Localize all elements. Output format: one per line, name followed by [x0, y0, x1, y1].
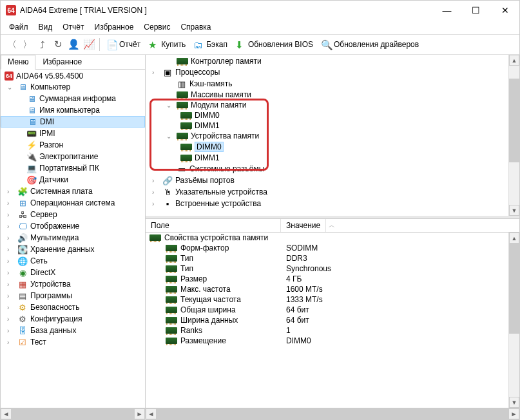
tree-item[interactable]: ›⚙Безопасность	[1, 301, 145, 313]
tree-item[interactable]: DIMM1	[146, 153, 519, 163]
nav-up-button[interactable]: ⤴	[35, 37, 50, 52]
scroll-right-button[interactable]: ►	[134, 408, 145, 419]
menu-view[interactable]: Вид	[34, 21, 57, 34]
tree-item[interactable]: 🔌Электропитание	[1, 151, 145, 162]
backup-button[interactable]: 🗂Бэкап	[190, 38, 231, 51]
header-collapse-icon[interactable]: ︿	[326, 219, 338, 232]
tree-item[interactable]: ⌄Устройства памяти	[146, 131, 519, 141]
tree-item[interactable]: 📟IPMI	[1, 128, 145, 139]
tree-item[interactable]: 🎯Датчики	[1, 174, 145, 186]
minimize-button[interactable]: —	[432, 1, 461, 20]
maximize-button[interactable]: ☐	[461, 1, 490, 20]
scroll-down-button[interactable]: ▼	[509, 205, 519, 216]
tree-item[interactable]: ⚡Разгон	[1, 139, 145, 151]
tree-item[interactable]: ›▦Устройства	[1, 278, 145, 290]
driver-update-button[interactable]: 🔍Обновления драйверов	[318, 38, 422, 51]
left-hscrollbar[interactable]: ◄ ►	[1, 408, 145, 419]
close-button[interactable]: ✕	[490, 1, 519, 20]
tree-item[interactable]: ›⚙Конфигурация	[1, 313, 145, 325]
tree-item[interactable]: ›▭Системные разъёмы	[146, 163, 519, 175]
nav-back-button[interactable]: 〈	[5, 37, 19, 52]
tree-item[interactable]: DIMM0	[146, 110, 519, 120]
tree-label: Устройства памяти	[191, 131, 259, 140]
scroll-thumb[interactable]	[509, 79, 519, 162]
buy-button[interactable]: ★Купить	[145, 38, 189, 51]
scroll-down-button[interactable]: ▼	[509, 397, 519, 408]
tree-root[interactable]: 64 AIDA64 v5.95.4500	[1, 71, 145, 81]
user-icon[interactable]: 👤	[66, 37, 81, 52]
detail-row[interactable]: ТипSynchronous	[146, 263, 519, 274]
tree-item[interactable]: DIMM0	[146, 141, 519, 153]
tree-item-computer[interactable]: ⌄ 🖥 Компьютер	[1, 81, 145, 93]
scroll-thumb[interactable]	[12, 408, 134, 419]
tree-item[interactable]: ›🖧Сервер	[1, 209, 145, 220]
detail-row[interactable]: Общая ширина64 бит	[146, 305, 519, 315]
scroll-thumb[interactable]	[509, 243, 519, 334]
detail-group[interactable]: Свойства устройства памяти	[146, 233, 519, 243]
menu-service[interactable]: Сервис	[139, 21, 175, 34]
tree-item[interactable]: 💻Портативный ПК	[1, 162, 145, 174]
detail-row[interactable]: Ranks1	[146, 325, 519, 336]
left-tree[interactable]: 64 AIDA64 v5.95.4500 ⌄ 🖥 Компьютер 🖥Сумм…	[1, 70, 145, 408]
tree-item[interactable]: ›🧩Системная плата	[1, 186, 145, 197]
chart-icon[interactable]: 📈	[82, 37, 96, 52]
detail-row[interactable]: ТипDDR3	[146, 253, 519, 263]
field-label: Размер	[180, 274, 207, 283]
detail-row[interactable]: Форм-факторSODIMM	[146, 243, 519, 253]
tree-item[interactable]: ›◉DirectX	[1, 267, 145, 278]
right-panel: ›Контроллер памяти›▣Процессоры›▥Кэш-памя…	[146, 55, 519, 419]
menu-file[interactable]: Файл	[5, 21, 33, 34]
details-list[interactable]: Свойства устройства памяти Форм-факторSO…	[146, 233, 519, 408]
refresh-button[interactable]: ↻	[51, 37, 65, 52]
tree-item[interactable]: 🖥DMI	[1, 116, 145, 128]
menu-report[interactable]: Отчёт	[58, 21, 88, 34]
detail-row[interactable]: Ширина данных64 бит	[146, 315, 519, 325]
detail-row[interactable]: Размер4 ГБ	[146, 274, 519, 284]
scroll-right-button[interactable]: ►	[508, 408, 519, 419]
tree-item[interactable]: ›🖱Указательные устройства	[146, 186, 519, 198]
tree-item[interactable]: ›▪Встроенные устройства	[146, 198, 519, 209]
tree-item[interactable]: ›Массивы памяти	[146, 90, 519, 100]
tree-item[interactable]: ›☑Тест	[1, 336, 145, 348]
right-vscrollbar[interactable]: ▲ ▼	[508, 55, 519, 216]
nav-forward-button[interactable]: 〉	[20, 37, 34, 52]
tree-item[interactable]: ›🔊Мультимедиа	[1, 232, 145, 243]
bios-update-button[interactable]: ⬇Обновления BIOS	[232, 38, 316, 51]
tree-item[interactable]: ›🌐Сеть	[1, 255, 145, 267]
tab-favorites[interactable]: Избранное	[35, 55, 89, 69]
tree-item[interactable]: DIMM1	[146, 120, 519, 131]
tree-item[interactable]: ›🗄База данных	[1, 325, 145, 336]
tree-item[interactable]: ›▥Кэш-память	[146, 78, 519, 90]
tree-item[interactable]: ⌄Модули памяти	[146, 100, 519, 110]
tab-menu[interactable]: Меню	[1, 55, 35, 70]
tree-item[interactable]: 🖥Суммарная информа	[1, 93, 145, 104]
header-field[interactable]: Поле	[146, 219, 281, 232]
scroll-up-button[interactable]: ▲	[509, 55, 519, 66]
header-value[interactable]: Значение	[281, 219, 326, 232]
scroll-thumb[interactable]	[157, 408, 508, 419]
tree-item[interactable]: 🖥Имя компьютера	[1, 104, 145, 116]
tree-item[interactable]: ›🔗Разъёмы портов	[146, 175, 519, 186]
details-vscrollbar[interactable]: ▲ ▼	[508, 233, 519, 408]
detail-row[interactable]: Текущая частота1333 MT/s	[146, 294, 519, 305]
scroll-left-button[interactable]: ◄	[146, 408, 157, 419]
caret-right-icon: ›	[7, 211, 15, 218]
tree-item[interactable]: ›▤Программы	[1, 290, 145, 301]
report-button[interactable]: 📄Отчёт	[103, 38, 144, 51]
test-icon: ☑	[17, 337, 28, 347]
caret-icon: ›	[152, 69, 160, 76]
tree-item[interactable]: ›🖵Отображение	[1, 220, 145, 232]
detail-row[interactable]: РазмещениеDIMM0	[146, 336, 519, 346]
right-tree[interactable]: ›Контроллер памяти›▣Процессоры›▥Кэш-памя…	[146, 55, 519, 211]
tree-item[interactable]: ›▣Процессоры	[146, 66, 519, 78]
tree-item[interactable]: ›💽Хранение данных	[1, 243, 145, 255]
tree-item[interactable]: ›Контроллер памяти	[146, 56, 519, 66]
memory-icon	[166, 307, 177, 313]
scroll-left-button[interactable]: ◄	[1, 408, 12, 419]
right-hscrollbar[interactable]: ◄ ►	[146, 408, 519, 419]
menu-help[interactable]: Справка	[176, 21, 215, 34]
menu-favorites[interactable]: Избранное	[90, 21, 139, 34]
scroll-up-button[interactable]: ▲	[509, 233, 519, 243]
tree-item[interactable]: ›⊞Операционная система	[1, 197, 145, 209]
detail-row[interactable]: Макс. частота1600 MT/s	[146, 284, 519, 294]
